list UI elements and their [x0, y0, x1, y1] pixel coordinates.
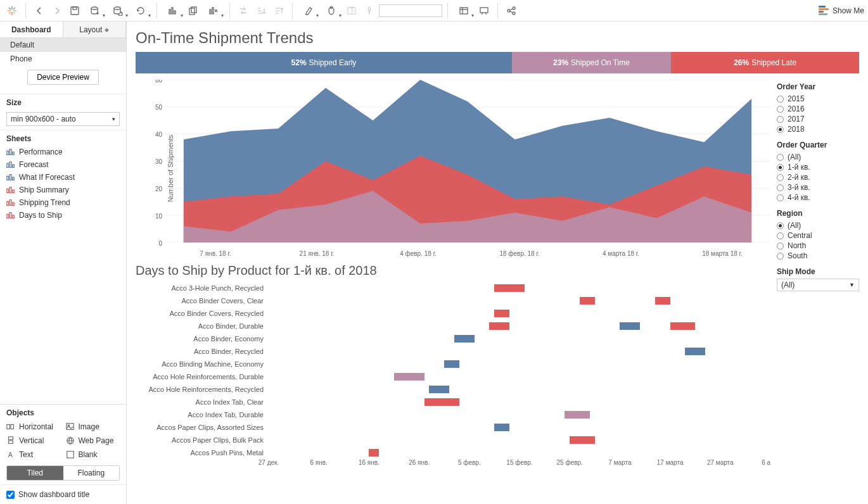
gantt-x-tick: 25 февр.: [557, 459, 583, 466]
area-chart[interactable]: Number of Shipments 0102030405060 7 янв.…: [136, 80, 770, 257]
object-vertical[interactable]: Vertical: [6, 435, 61, 446]
filter-quarter-option[interactable]: (All): [777, 152, 859, 162]
filter-year-option[interactable]: 2017: [777, 114, 859, 124]
gantt-label: Acco Binding Machine, Economy: [136, 360, 269, 368]
filter-region-option[interactable]: South: [777, 251, 859, 261]
dashboard-canvas: On-Time Shipment Trends 52%Shipped Early…: [127, 22, 868, 504]
gantt-bar[interactable]: [620, 322, 640, 330]
filter-shipmode-dropdown[interactable]: (All)▼: [777, 279, 859, 291]
filter-year-option[interactable]: 2018: [777, 124, 859, 134]
group-button[interactable]: ▾: [321, 3, 342, 19]
clear-button[interactable]: ▾: [203, 3, 224, 19]
pin-button[interactable]: [361, 3, 378, 19]
device-preview-button[interactable]: Device Preview: [27, 70, 99, 85]
gantt-x-tick: 16 янв.: [359, 459, 380, 466]
gantt-bar[interactable]: [565, 411, 590, 419]
sheet-item[interactable]: Ship Summary: [0, 184, 126, 196]
save-button[interactable]: [67, 3, 83, 19]
kpi-tile[interactable]: 52%Shipped Early: [136, 52, 512, 73]
gantt-track: [269, 347, 770, 356]
filter-region-option[interactable]: Central: [777, 230, 859, 241]
object-image[interactable]: Image: [66, 421, 120, 432]
refresh-button[interactable]: ▾: [130, 3, 151, 19]
share-button[interactable]: [503, 3, 520, 19]
gantt-bar[interactable]: [685, 348, 705, 355]
gantt-bar[interactable]: [655, 297, 670, 305]
redo-button[interactable]: [49, 3, 65, 19]
text-button[interactable]: T: [343, 3, 360, 19]
object-text[interactable]: AText: [6, 449, 61, 460]
svg-rect-65: [9, 437, 13, 439]
gantt-bar[interactable]: [570, 436, 595, 444]
filter-quarter-option[interactable]: 4-й кв.: [777, 192, 859, 203]
sort-asc-button[interactable]: [253, 3, 269, 19]
gantt-row: Acco Hole Reinforcements, Recycled: [136, 383, 770, 396]
filter-quarter-option[interactable]: 1-й кв.: [777, 162, 859, 172]
sheet-item[interactable]: What If Forecast: [0, 171, 126, 184]
presentation-button[interactable]: [476, 3, 492, 19]
svg-rect-60: [13, 215, 15, 218]
svg-rect-50: [10, 175, 11, 180]
gantt-chart[interactable]: Acco 3-Hole Punch, RecycledAcco Binder C…: [136, 282, 770, 496]
x-tick: 18 марта 18 г.: [702, 250, 743, 257]
gantt-label: Acco Binder, Recycled: [136, 348, 269, 355]
duplicate-button[interactable]: [185, 3, 201, 19]
show-me-button[interactable]: Show Me: [819, 6, 864, 16]
object-web-page[interactable]: Web Page: [66, 435, 120, 446]
svg-rect-53: [10, 187, 11, 193]
size-title: Size: [0, 94, 126, 108]
gantt-bar[interactable]: [494, 424, 509, 431]
swap-button[interactable]: [235, 3, 252, 19]
gantt-bar[interactable]: [429, 386, 449, 393]
gantt-bar[interactable]: [369, 449, 379, 457]
new-sheet-button[interactable]: ▾: [162, 3, 184, 19]
object-blank[interactable]: Blank: [66, 449, 120, 460]
mode-floating[interactable]: Floating: [63, 466, 120, 480]
gantt-bar[interactable]: [580, 297, 595, 305]
undo-button[interactable]: [31, 3, 48, 19]
filter-region-option[interactable]: North: [777, 241, 859, 251]
gantt-bar[interactable]: [454, 335, 475, 343]
tab-dashboard[interactable]: Dashboard: [0, 22, 63, 37]
sheet-item[interactable]: Shipping Trend: [0, 196, 126, 209]
svg-rect-14: [169, 9, 170, 14]
y-tick: 0: [148, 240, 162, 247]
size-select[interactable]: min 900x600 - auto▾: [6, 112, 120, 126]
sheet-item[interactable]: Days to Ship: [0, 209, 126, 222]
gantt-row: Accos Push Pins, Metal: [136, 446, 770, 459]
autoupdate-button[interactable]: ▾: [107, 3, 129, 19]
show-title-checkbox[interactable]: Show dashboard title: [0, 484, 126, 504]
gantt-bar[interactable]: [424, 398, 459, 406]
filter-quarter-option[interactable]: 3-й кв.: [777, 182, 859, 192]
gantt-bar[interactable]: [494, 310, 509, 317]
object-horizontal[interactable]: Horizontal: [6, 421, 61, 432]
device-phone[interactable]: Phone: [0, 52, 126, 66]
search-input[interactable]: [379, 4, 442, 17]
filter-year-option[interactable]: 2015: [777, 94, 859, 104]
svg-rect-61: [7, 425, 10, 429]
sheet-item[interactable]: Performance: [0, 146, 126, 158]
gantt-x-tick: 26 янв.: [409, 459, 430, 466]
kpi-tile[interactable]: 23%Shipped On Time: [512, 52, 671, 73]
show-title-input[interactable]: [6, 491, 15, 499]
mode-tiled[interactable]: Tiled: [7, 466, 63, 480]
gantt-track: [269, 398, 770, 406]
filter-region-option[interactable]: (All): [777, 220, 859, 230]
gantt-bar[interactable]: [394, 373, 424, 381]
device-default[interactable]: Default: [0, 38, 126, 52]
kpi-tile[interactable]: 26%Shipped Late: [671, 52, 859, 73]
gantt-bar[interactable]: [489, 322, 509, 330]
tab-layout[interactable]: Layout◆: [63, 22, 127, 37]
filter-year-option[interactable]: 2016: [777, 104, 859, 114]
sort-desc-button[interactable]: [271, 3, 287, 19]
gantt-row: Acco Binder, Economy: [136, 332, 770, 345]
new-datasource-button[interactable]: ▾: [84, 3, 106, 19]
highlight-button[interactable]: ▾: [298, 3, 319, 19]
gantt-label: Acco Binder Covers, Recycled: [136, 310, 269, 317]
fit-button[interactable]: ▾: [453, 3, 475, 19]
gantt-bar[interactable]: [494, 284, 525, 292]
sheet-item[interactable]: Forecast: [0, 158, 126, 171]
filter-quarter-option[interactable]: 2-й кв.: [777, 172, 859, 182]
gantt-bar[interactable]: [670, 322, 696, 330]
gantt-bar[interactable]: [444, 360, 459, 368]
